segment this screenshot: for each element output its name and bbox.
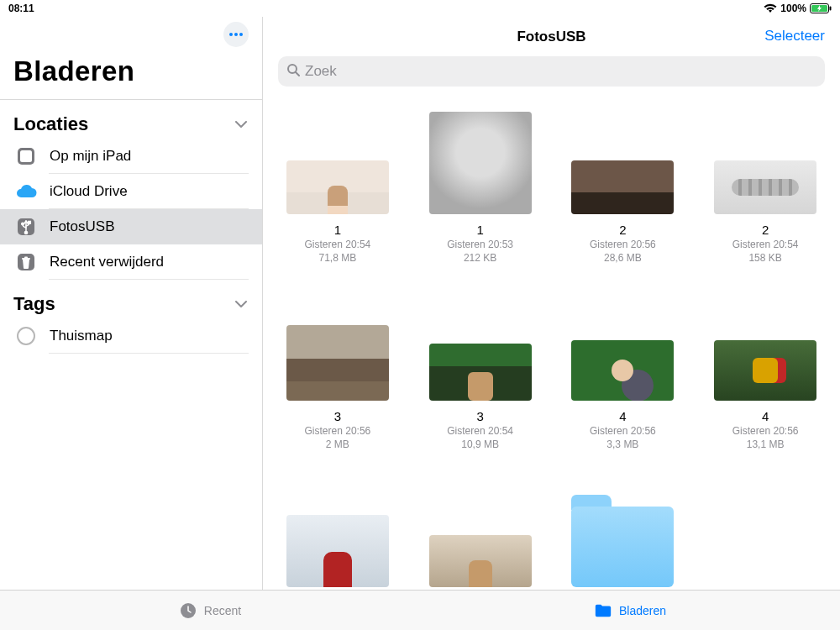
file-grid: 1 Gisteren 20:5471,8 MB 1 Gisteren 20:53…: [281, 112, 822, 590]
file-tile[interactable]: [424, 485, 537, 590]
file-meta: Gisteren 20:5410,9 MB: [447, 425, 513, 451]
file-tile[interactable]: 4 Gisteren 20:563,3 MB: [567, 298, 680, 451]
file-name: 3: [334, 409, 341, 423]
file-thumbnail: [714, 160, 816, 214]
file-thumbnail: [429, 535, 532, 587]
file-tile[interactable]: 1 Gisteren 20:53212 KB: [424, 112, 537, 265]
folder-icon: [571, 507, 674, 587]
svg-rect-2: [830, 7, 832, 11]
file-tile[interactable]: 3 Gisteren 20:562 MB: [281, 298, 394, 451]
sidebar-item-label: Recent verwijderd: [50, 254, 164, 270]
wifi-icon: [764, 3, 777, 13]
status-time: 08:11: [8, 3, 34, 14]
file-name: 2: [762, 223, 769, 237]
file-thumbnail: [286, 160, 389, 214]
file-name: 1: [334, 223, 341, 237]
sidebar-item-fotosusb[interactable]: FotosUSB: [0, 209, 262, 244]
chevron-down-icon: [235, 121, 247, 129]
tab-browse[interactable]: Bladeren: [420, 591, 840, 630]
file-tile[interactable]: 1 Gisteren 20:5471,8 MB: [281, 112, 394, 265]
file-meta: Gisteren 20:562 MB: [305, 425, 371, 451]
ellipsis-icon: [229, 33, 243, 36]
section-title: Tags: [13, 293, 55, 315]
usb-icon: [13, 214, 39, 239]
folder-tile[interactable]: [567, 485, 680, 590]
file-thumbnail: [429, 344, 532, 401]
cloud-icon: [13, 179, 39, 204]
sidebar-item-label: Thuismap: [50, 328, 113, 344]
file-name: 3: [476, 409, 483, 423]
folder-icon: [594, 602, 612, 619]
tab-recent[interactable]: Recent: [0, 591, 420, 630]
tag-circle-icon: [13, 323, 39, 349]
ipad-icon: [13, 144, 39, 169]
file-tile[interactable]: 2 Gisteren 20:54158 KB: [709, 112, 822, 265]
file-name: 4: [762, 409, 769, 423]
chevron-down-icon: [235, 301, 247, 308]
sidebar-item-label: Op mijn iPad: [50, 148, 131, 165]
file-name: 1: [476, 223, 483, 237]
sidebar-item-icloud-drive[interactable]: iCloud Drive: [0, 174, 262, 209]
file-meta: Gisteren 20:53212 KB: [447, 239, 513, 265]
section-title: Locaties: [13, 113, 88, 135]
content-header: FotosUSB Selecteer: [263, 22, 840, 51]
section-header-locations[interactable]: Locaties: [0, 100, 262, 139]
sidebar-item-label: iCloud Drive: [50, 183, 128, 200]
file-name: 4: [619, 409, 626, 423]
svg-rect-8: [29, 222, 31, 224]
sidebar-item-tag-thuismap[interactable]: Thuismap: [0, 318, 262, 354]
file-meta: Gisteren 20:54158 KB: [732, 239, 799, 265]
sidebar-item-recently-deleted[interactable]: Recent verwijderd: [0, 244, 262, 280]
file-thumbnail: [571, 160, 674, 214]
svg-line-13: [296, 72, 299, 76]
svg-point-7: [22, 223, 24, 225]
file-tile[interactable]: 2 Gisteren 20:5628,6 MB: [567, 112, 680, 265]
file-meta: Gisteren 20:5471,8 MB: [305, 239, 371, 265]
file-meta: Gisteren 20:5628,6 MB: [590, 239, 656, 265]
content-pane: FotosUSB Selecteer 1 Gisteren 20:5471,8 …: [263, 17, 840, 590]
tab-label: Bladeren: [619, 604, 666, 617]
svg-rect-11: [24, 257, 28, 259]
file-meta: Gisteren 20:563,3 MB: [590, 425, 656, 451]
file-tile[interactable]: 3 Gisteren 20:5410,9 MB: [424, 298, 537, 451]
file-thumbnail: [286, 325, 389, 401]
status-bar: 08:11 100%: [0, 0, 840, 17]
svg-point-6: [24, 231, 27, 234]
file-meta: Gisteren 20:5613,1 MB: [732, 425, 799, 451]
folder-title: FotosUSB: [517, 29, 585, 45]
sidebar: Bladeren Locaties Op mijn iPad iCloud Dr…: [0, 17, 263, 590]
sidebar-item-on-my-ipad[interactable]: Op mijn iPad: [0, 139, 262, 174]
file-tile[interactable]: [281, 485, 394, 590]
file-thumbnail: [429, 112, 532, 214]
more-button[interactable]: [223, 22, 249, 47]
file-thumbnail: [714, 340, 816, 401]
sidebar-title: Bladeren: [0, 47, 262, 99]
tab-label: Recent: [204, 604, 241, 617]
tab-bar: Recent Bladeren: [0, 590, 840, 630]
svg-rect-4: [20, 150, 32, 162]
search-icon: [286, 63, 300, 80]
tags-list: Thuismap: [0, 318, 262, 354]
file-name: 2: [619, 223, 626, 237]
battery-charging-icon: [810, 3, 832, 13]
file-thumbnail: [571, 340, 674, 401]
trash-icon: [13, 249, 39, 275]
locations-list: Op mijn iPad iCloud Drive FotosUSB: [0, 139, 262, 280]
status-battery-pct: 100%: [780, 3, 806, 14]
file-thumbnail: [286, 515, 389, 587]
clock-icon: [179, 602, 197, 619]
select-button[interactable]: Selecteer: [764, 28, 825, 45]
search-input[interactable]: [305, 63, 816, 80]
file-tile[interactable]: 4 Gisteren 20:5613,1 MB: [709, 298, 822, 451]
section-header-tags[interactable]: Tags: [0, 280, 262, 318]
sidebar-item-label: FotosUSB: [50, 218, 114, 235]
search-field[interactable]: [278, 56, 825, 87]
